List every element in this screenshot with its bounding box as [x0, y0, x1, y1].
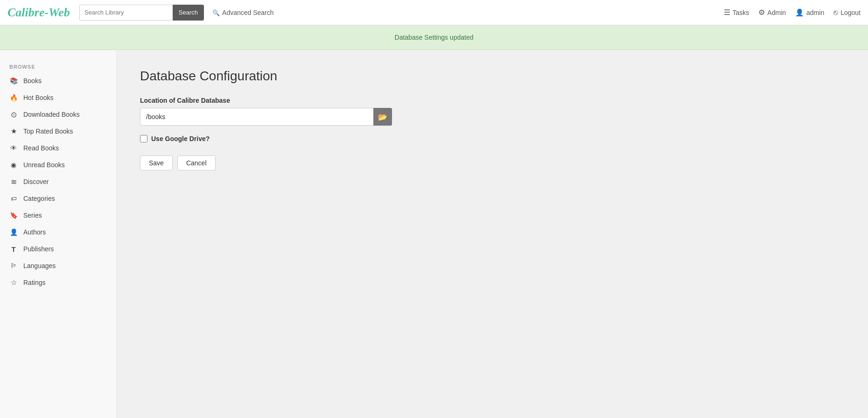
sidebar-item-series[interactable]: Series	[0, 207, 116, 224]
main-layout: BROWSE Books Hot Books Downloaded Books …	[0, 50, 868, 418]
brand-logo[interactable]: Calibre-Web	[7, 6, 70, 20]
sidebar-label-authors: Authors	[23, 228, 46, 236]
admin-label: Admin	[767, 9, 786, 16]
logout-icon	[833, 8, 838, 17]
google-drive-label[interactable]: Use Google Drive?	[151, 135, 210, 142]
sidebar-label-read-books: Read Books	[23, 144, 59, 152]
download-icon	[9, 110, 18, 119]
google-drive-checkbox[interactable]	[140, 135, 147, 142]
logout-link[interactable]: Logout	[833, 8, 861, 17]
user-link[interactable]: admin	[795, 8, 824, 17]
db-path-row	[140, 108, 845, 126]
user-label: admin	[806, 9, 824, 16]
navbar-right: Tasks Admin admin Logout	[724, 8, 861, 17]
sidebar-item-publishers[interactable]: Publishers	[0, 241, 116, 257]
eye-slash-icon	[9, 161, 18, 169]
db-path-input[interactable]	[140, 108, 373, 126]
sidebar-label-top-rated-books: Top Rated Books	[23, 128, 73, 135]
sidebar-item-ratings[interactable]: Ratings	[0, 274, 116, 291]
db-location-label: Location of Calibre Database	[140, 97, 845, 104]
tasks-label: Tasks	[733, 9, 749, 16]
search-form: Search	[79, 5, 204, 21]
advanced-search-link[interactable]: Advanced Search	[212, 9, 274, 16]
tag-icon	[9, 194, 18, 203]
button-row: Save Cancel	[140, 156, 845, 170]
search-input[interactable]	[79, 5, 173, 21]
sidebar-item-hot-books[interactable]: Hot Books	[0, 89, 116, 106]
bookmark-icon	[9, 211, 18, 220]
sidebar-item-top-rated-books[interactable]: Top Rated Books	[0, 123, 116, 140]
sidebar-label-series: Series	[23, 212, 42, 219]
google-drive-row: Use Google Drive?	[140, 135, 845, 142]
sidebar-label-ratings: Ratings	[23, 279, 45, 286]
sidebar-item-unread-books[interactable]: Unread Books	[0, 156, 116, 173]
eye-icon	[9, 144, 18, 152]
person-icon	[9, 228, 18, 236]
cancel-button[interactable]: Cancel	[177, 156, 216, 170]
sidebar-item-read-books[interactable]: Read Books	[0, 140, 116, 156]
sidebar: BROWSE Books Hot Books Downloaded Books …	[0, 50, 117, 418]
db-path-browse-button[interactable]	[373, 108, 392, 126]
search-icon	[212, 9, 220, 16]
alert-message: Database Settings updated	[395, 34, 474, 41]
sidebar-label-hot-books: Hot Books	[23, 94, 54, 101]
star-o-icon	[9, 278, 18, 287]
sidebar-item-authors[interactable]: Authors	[0, 224, 116, 241]
sidebar-section-label: BROWSE	[0, 59, 116, 72]
random-icon	[9, 177, 18, 186]
save-button[interactable]: Save	[140, 156, 173, 170]
page-title: Database Configuration	[140, 69, 845, 84]
sidebar-label-books: Books	[23, 77, 42, 85]
navbar: Calibre-Web Search Advanced Search Tasks…	[0, 0, 868, 25]
sidebar-label-categories: Categories	[23, 195, 55, 202]
folder-icon	[378, 113, 387, 121]
advanced-search-label: Advanced Search	[222, 9, 274, 16]
hot-icon	[9, 93, 18, 102]
sidebar-label-downloaded-books: Downloaded Books	[23, 111, 80, 118]
admin-icon	[758, 8, 765, 17]
admin-link[interactable]: Admin	[758, 8, 786, 17]
book-icon	[9, 77, 18, 85]
star-icon	[9, 127, 18, 135]
main-content: Database Configuration Location of Calib…	[117, 50, 868, 418]
tasks-link[interactable]: Tasks	[724, 8, 749, 17]
search-button[interactable]: Search	[173, 5, 204, 21]
sidebar-label-discover: Discover	[23, 178, 49, 185]
sidebar-item-discover[interactable]: Discover	[0, 173, 116, 190]
flag-icon	[9, 262, 18, 270]
sidebar-item-books[interactable]: Books	[0, 72, 116, 89]
sidebar-label-languages: Languages	[23, 262, 56, 269]
tasks-icon	[724, 8, 730, 17]
sidebar-item-categories[interactable]: Categories	[0, 190, 116, 207]
sidebar-label-publishers: Publishers	[23, 245, 54, 253]
user-icon	[795, 8, 804, 17]
alert-banner: Database Settings updated	[0, 25, 868, 50]
sidebar-label-unread-books: Unread Books	[23, 161, 65, 169]
sidebar-item-downloaded-books[interactable]: Downloaded Books	[0, 106, 116, 123]
sidebar-item-languages[interactable]: Languages	[0, 257, 116, 274]
text-icon	[9, 245, 18, 253]
logout-label: Logout	[840, 9, 861, 16]
